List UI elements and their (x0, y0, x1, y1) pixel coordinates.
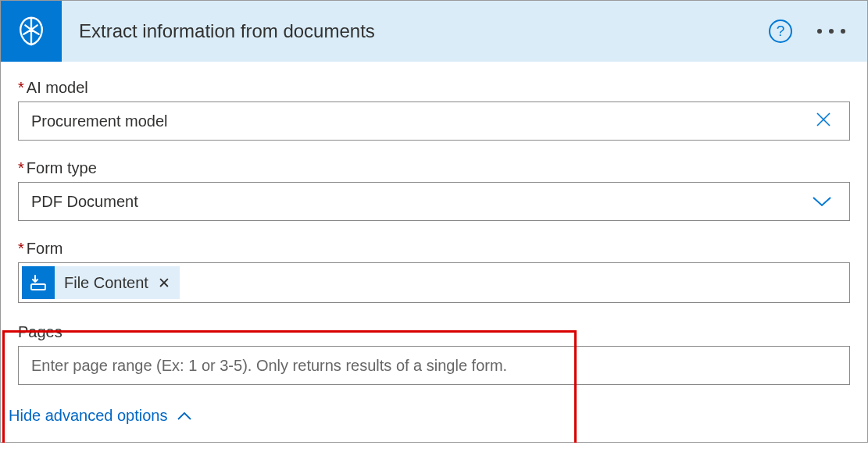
help-icon[interactable]: ? (769, 20, 792, 43)
svg-rect-0 (31, 284, 45, 290)
action-card: Extract information from documents ? *AI… (0, 0, 868, 443)
remove-token-icon[interactable]: ✕ (158, 274, 170, 292)
more-menu-icon[interactable] (811, 23, 852, 40)
form-type-select[interactable]: PDF Document (18, 182, 850, 221)
chevron-down-icon[interactable] (807, 195, 837, 208)
form-type-label: *Form type (18, 159, 850, 177)
form-input[interactable]: File Content ✕ (18, 262, 850, 303)
dynamic-content-token[interactable]: File Content ✕ (22, 266, 180, 299)
hide-advanced-toggle[interactable]: Hide advanced options (9, 407, 850, 425)
ai-builder-icon (1, 1, 62, 62)
ai-model-label: *AI model (18, 79, 850, 97)
card-header: Extract information from documents ? (1, 1, 867, 62)
card-title: Extract information from documents (79, 20, 769, 42)
form-type-value: PDF Document (31, 193, 807, 211)
card-body: *AI model Procurement model *Form type P… (1, 62, 867, 442)
clear-icon[interactable] (810, 109, 837, 134)
ai-model-value: Procurement model (31, 112, 810, 130)
token-label: File Content (64, 274, 148, 292)
pages-label: Pages (18, 323, 850, 341)
file-content-icon (22, 266, 55, 299)
pages-input[interactable] (18, 346, 850, 385)
chevron-up-icon (177, 411, 192, 421)
form-label: *Form (18, 240, 850, 258)
ai-model-input[interactable]: Procurement model (18, 102, 850, 141)
